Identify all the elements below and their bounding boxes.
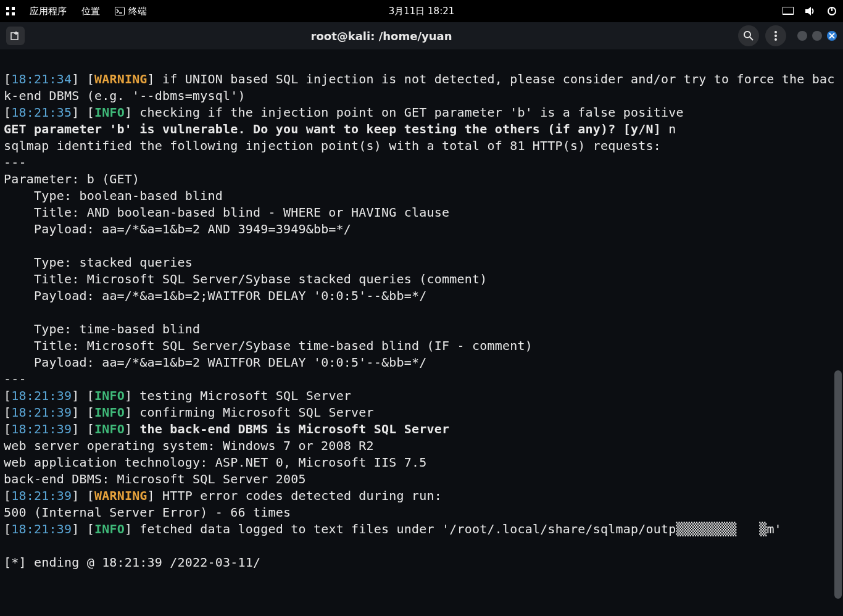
svg-point-10 <box>744 31 750 38</box>
svg-point-13 <box>774 35 777 37</box>
terminal-icon <box>115 7 125 15</box>
volume-icon[interactable] <box>805 6 816 16</box>
terminal-window-header: root@kali: /home/yuan <box>0 22 843 49</box>
window-minimize[interactable] <box>797 31 807 41</box>
svg-point-12 <box>774 31 777 33</box>
terminal-scrollbar[interactable] <box>834 370 842 599</box>
menu-button[interactable] <box>765 25 786 46</box>
svg-rect-3 <box>783 7 794 14</box>
window-close[interactable] <box>827 31 837 41</box>
window-maximize[interactable] <box>812 31 822 41</box>
system-top-bar: 应用程序 位置 终端 3月11日 18:21 <box>0 0 843 22</box>
svg-point-14 <box>774 38 777 41</box>
activities-icon[interactable] <box>6 7 15 15</box>
svg-line-11 <box>750 37 753 40</box>
terminal-output[interactable]: [18:21:34] [WARNING] if UNION based SQL … <box>0 49 843 616</box>
menu-terminal[interactable]: 终端 <box>115 6 147 17</box>
menu-applications[interactable]: 应用程序 <box>30 6 67 17</box>
search-button[interactable] <box>738 25 759 46</box>
menu-terminal-label: 终端 <box>128 6 147 17</box>
screen-icon[interactable] <box>783 7 794 15</box>
window-controls <box>797 31 837 41</box>
svg-marker-4 <box>805 7 811 15</box>
window-title: root@kali: /home/yuan <box>31 30 732 43</box>
menu-places-label: 位置 <box>81 6 100 17</box>
new-tab-button[interactable] <box>6 27 25 45</box>
menu-places[interactable]: 位置 <box>81 6 100 17</box>
power-icon[interactable] <box>827 6 837 16</box>
menu-applications-label: 应用程序 <box>30 6 67 17</box>
svg-rect-1 <box>115 7 124 15</box>
